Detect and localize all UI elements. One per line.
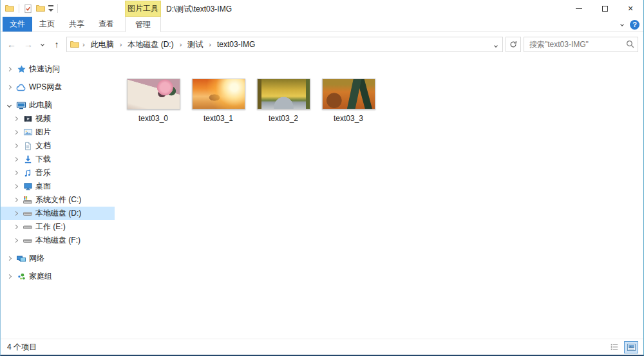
minimize-icon: [576, 8, 582, 9]
file-thumbnail-autumn-path: [257, 79, 310, 109]
file-name: text03_1: [204, 114, 233, 123]
thumbnails-view-icon: [627, 343, 636, 351]
details-view-icon: [610, 342, 619, 351]
tab-view[interactable]: 查看: [91, 17, 121, 32]
file-item[interactable]: text03_0: [126, 79, 180, 123]
chevron-right-icon[interactable]: [12, 185, 20, 188]
folder-icon[interactable]: [5, 3, 15, 14]
sidebar-item-documents[interactable]: 文档: [1, 139, 115, 153]
properties-check-icon[interactable]: [23, 4, 33, 14]
title-bar: D:\测试\text03-IMG ×: [1, 0, 643, 17]
divider: [19, 4, 19, 13]
sidebar-item-label: 系统文件 (C:): [35, 194, 81, 205]
address-bar[interactable]: › 此电脑 › 本地磁盘 (D:) › 测试 › text03-IMG: [66, 37, 503, 52]
sidebar-item-videos[interactable]: 视频: [1, 112, 115, 126]
breadcrumb-drive-d[interactable]: 本地磁盘 (D:): [124, 39, 176, 50]
explorer-window: 图片工具 管理 D:\测试\text03-IMG × 文件 主页 共享 查看 ?…: [0, 0, 644, 356]
close-button[interactable]: ×: [618, 0, 643, 17]
sidebar-item-downloads[interactable]: 下载: [1, 153, 115, 166]
sidebar-item-music[interactable]: 音乐: [1, 166, 115, 180]
sidebar-item-quick-access[interactable]: 快速访问: [1, 62, 115, 76]
sidebar-item-label: 文档: [35, 140, 51, 151]
sidebar-item-network[interactable]: 网络: [1, 252, 115, 265]
file-item[interactable]: text03_1: [191, 79, 245, 123]
refresh-button[interactable]: [506, 37, 521, 52]
folder-icon: [70, 39, 80, 50]
chevron-right-icon[interactable]: [12, 144, 20, 147]
back-icon[interactable]: ←: [5, 37, 19, 52]
sidebar-item-label: 网络: [29, 253, 44, 264]
chevron-right-icon[interactable]: [12, 198, 20, 201]
tab-home[interactable]: 主页: [32, 17, 62, 32]
thumbnails-view-button[interactable]: [624, 341, 638, 353]
file-thumbnail-rose: [127, 79, 180, 109]
drive-icon: [21, 236, 34, 246]
computer-icon: [15, 100, 28, 111]
sidebar-item-label: 本地磁盘 (F:): [35, 235, 80, 246]
window-title: D:\测试\text03-IMG: [166, 4, 232, 15]
chevron-right-icon[interactable]: [12, 158, 20, 161]
sidebar-item-label: 桌面: [35, 181, 51, 192]
documents-icon: [21, 142, 34, 151]
contextual-tab-group-picture-tools: 图片工具: [125, 1, 161, 17]
sidebar-item-drive-d[interactable]: 本地磁盘 (D:): [1, 207, 115, 220]
recent-locations-chevron-icon[interactable]: [38, 37, 47, 52]
sidebar-item-pictures[interactable]: 图片: [1, 126, 115, 139]
breadcrumb-separator: ›: [118, 41, 124, 48]
drive-icon: [21, 209, 34, 219]
breadcrumb-this-pc[interactable]: 此电脑: [88, 39, 117, 50]
minimize-button[interactable]: [566, 0, 592, 17]
sidebar-item-desktop[interactable]: 桌面: [1, 180, 115, 193]
chevron-right-icon[interactable]: [12, 225, 20, 229]
drive-icon: [21, 222, 34, 232]
file-item[interactable]: text03_3: [321, 79, 375, 123]
chevron-right-icon[interactable]: [12, 239, 20, 242]
chevron-right-icon[interactable]: [5, 275, 14, 278]
sidebar-item-this-pc[interactable]: 此电脑: [1, 98, 115, 112]
chevron-right-icon[interactable]: [12, 212, 20, 215]
tab-file[interactable]: 文件: [3, 17, 32, 32]
tab-manage[interactable]: 管理: [125, 17, 161, 32]
navigation-pane: 快速访问 WPS网盘 此电脑 视频 图片: [1, 57, 115, 339]
desktop-icon: [21, 182, 34, 191]
sidebar-item-wps-cloud[interactable]: WPS网盘: [1, 80, 115, 94]
sidebar-item-drive-e[interactable]: 工作 (E:): [1, 220, 115, 234]
close-icon: ×: [628, 4, 633, 13]
sidebar-item-label: 家庭组: [29, 271, 52, 282]
file-item[interactable]: text03_2: [256, 79, 310, 123]
help-icon[interactable]: ?: [630, 20, 639, 30]
up-icon[interactable]: ↑: [50, 37, 64, 52]
chevron-right-icon[interactable]: [5, 68, 14, 71]
sidebar-item-homegroup[interactable]: 家庭组: [1, 270, 115, 283]
window-controls: ×: [566, 0, 643, 17]
sidebar-item-label: 此电脑: [29, 100, 52, 111]
chevron-right-icon[interactable]: [5, 257, 14, 260]
search-input[interactable]: [524, 37, 638, 52]
chevron-right-icon[interactable]: [12, 117, 20, 120]
search-icon[interactable]: [625, 39, 636, 50]
refresh-icon: [509, 40, 518, 49]
breadcrumb-test-folder[interactable]: 测试: [184, 39, 206, 50]
forward-icon[interactable]: →: [21, 37, 35, 52]
network-icon: [15, 254, 28, 264]
breadcrumb-current-folder[interactable]: text03-IMG: [214, 40, 258, 49]
breadcrumb-separator: ›: [178, 41, 184, 48]
chevron-right-icon[interactable]: [5, 86, 14, 89]
sidebar-item-drive-f[interactable]: 本地磁盘 (F:): [1, 234, 115, 247]
chevron-down-icon[interactable]: [5, 104, 14, 107]
homegroup-icon: [15, 272, 28, 281]
sidebar-item-label: 图片: [35, 127, 51, 138]
chevron-right-icon[interactable]: [12, 131, 20, 134]
customize-qat-dropdown-icon[interactable]: [48, 5, 53, 12]
downloads-icon: [21, 155, 34, 164]
chevron-right-icon[interactable]: [12, 171, 20, 174]
tab-share[interactable]: 共享: [62, 17, 91, 32]
sidebar-item-drive-c[interactable]: 系统文件 (C:): [1, 193, 115, 207]
address-dropdown-chevron-icon[interactable]: [495, 40, 500, 49]
expand-ribbon-chevron-icon[interactable]: [620, 23, 624, 26]
new-folder-icon[interactable]: [35, 3, 46, 14]
navigation-toolbar: ← → ↑ › 此电脑 › 本地磁盘 (D:) › 测试 › text03-IM…: [1, 32, 643, 57]
details-view-button[interactable]: [607, 341, 621, 353]
maximize-icon: [602, 6, 608, 12]
maximize-button[interactable]: [592, 0, 618, 17]
